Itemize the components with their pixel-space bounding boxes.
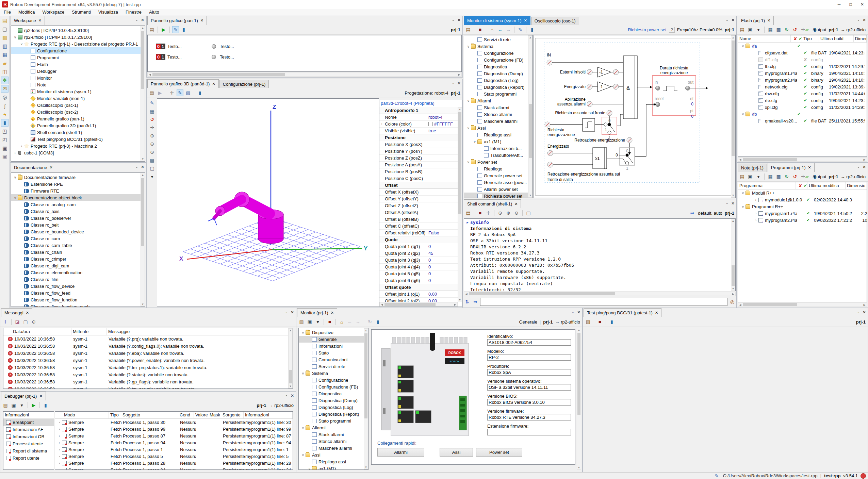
stop-button[interactable]: ■ — [326, 318, 333, 325]
design-mode-button[interactable]: ✎ — [177, 89, 183, 96]
program-row[interactable]: ∨ Moduli R++ — [738, 189, 867, 196]
assi-button[interactable]: Assi — [440, 448, 473, 457]
page-button[interactable]: ▢ — [22, 318, 29, 325]
shell-command-input[interactable] — [480, 298, 727, 306]
tree-item[interactable]: Diagnostica — [299, 390, 368, 397]
scrollbar[interactable]: ▲▼ — [528, 35, 533, 198]
field-value-input[interactable] — [487, 384, 571, 391]
tree-item[interactable]: Stato programmi — [464, 90, 533, 97]
tree-item[interactable]: Generale asse (pow... — [464, 179, 533, 186]
breakpoint-row[interactable]: ›Sempre Fetch Processo 1, passo 30 Nessu… — [55, 419, 293, 426]
camera-icon[interactable]: ▢ — [149, 165, 155, 172]
tree-item[interactable]: ∨ Power set — [464, 159, 533, 165]
tree-item[interactable]: Diagnostica (Log) — [464, 77, 533, 84]
tree-item[interactable]: ∨ Assi — [299, 451, 368, 458]
toggle-widget[interactable]: 0 1 — [156, 54, 165, 60]
save-icon[interactable]: ▥ — [1, 43, 9, 50]
program-row[interactable]: › myprogram1.r4a ✔ 19/04/2021 14:50:27 2… — [738, 210, 867, 217]
zoom-fit-icon[interactable]: ⊙ — [149, 149, 155, 155]
property-row[interactable]: Posizione Y (posY) — [379, 148, 458, 155]
tree-item[interactable]: Generale power set — [464, 172, 533, 179]
flash-tool-icon[interactable]: ϟ — [1, 111, 9, 118]
programs-table-header[interactable]: Programma ✘✔ Ultima modifica Dimensione — [738, 182, 867, 189]
build-all-button[interactable]: ▦ — [767, 26, 774, 33]
back-button[interactable]: ← — [497, 26, 504, 33]
tree-item[interactable]: Classe rc_bdeserver — [11, 215, 145, 221]
tree-item[interactable]: rp2-loris [TCP/IP 10.0.45.3:8100] — [11, 27, 145, 34]
float-panel-icon[interactable]: ▫ — [726, 201, 728, 206]
scrollbar[interactable]: ◀▶ — [379, 302, 458, 307]
tree-item[interactable]: › Progetto RTE (prj-3) - Macchina 2 — [11, 143, 145, 149]
zoom-out-button[interactable]: ⊖ — [513, 210, 520, 216]
tree-item[interactable]: Diagnostica (Dump) — [464, 70, 533, 77]
open-project-icon[interactable]: ▧ — [1, 34, 9, 42]
scrollbar[interactable]: ▲▼ — [731, 35, 735, 198]
tree-item[interactable]: Configurazione — [11, 47, 145, 54]
wizard-icon[interactable]: ▤ — [465, 26, 472, 33]
property-row[interactable]: Quota joint 3 (qj3) 0 — [379, 257, 458, 264]
file-row[interactable]: df1.cfg ✘ config — [738, 56, 867, 63]
undo-button[interactable]: ↺ — [791, 173, 798, 180]
tree-item[interactable]: Diagnostica (Log) — [299, 404, 368, 411]
property-row[interactable]: Offset Z (offsetZ) — [379, 202, 458, 209]
refresh-button[interactable]: ↻ — [366, 318, 373, 325]
tab-monitor-di-sistema[interactable]: Monitor di sistema (sysm-1)✕ — [464, 16, 530, 25]
close-tab-icon[interactable]: ✕ — [39, 393, 42, 400]
save-all-icon[interactable]: ▦ — [1, 51, 9, 59]
tree-item[interactable]: Stack allarmi — [464, 104, 533, 111]
close-tab-icon[interactable]: ✕ — [524, 17, 527, 24]
help-book-icon[interactable]: ▮ — [1, 119, 9, 127]
float-panel-icon[interactable]: ▫ — [136, 165, 137, 169]
help-button[interactable]: ▮ — [608, 318, 615, 325]
caret-icon[interactable]: ▾ — [755, 173, 762, 180]
caret-icon[interactable]: ▾ — [18, 402, 25, 409]
close-tab-icon[interactable]: ✕ — [808, 164, 811, 171]
label-icon[interactable]: ▾ — [149, 173, 155, 180]
property-row[interactable]: Posizione — [379, 134, 458, 141]
breakpoints-table-header[interactable]: Modo Tipo Soggetto Cond Valore Mask Sorg… — [55, 412, 293, 419]
close-tab-icon[interactable]: ✕ — [655, 309, 658, 316]
design-mode-button[interactable]: ✎ — [517, 26, 524, 33]
file-row[interactable]: cfgsave.dat ✔ file DAT 19/04/2021 14:23:… — [738, 49, 867, 56]
page-button[interactable]: ▢ — [525, 210, 532, 216]
tree-item[interactable]: Informazioni b... — [464, 145, 533, 152]
search-button[interactable]: ⊙ — [30, 318, 37, 325]
copy-button[interactable]: ▣ — [10, 402, 17, 409]
tree-item[interactable]: Note — [11, 81, 145, 88]
property-row[interactable]: Posizione Z (posZ) — [379, 155, 458, 162]
close-panel-icon[interactable]: ✕ — [291, 393, 294, 398]
close-panel-icon[interactable]: ✕ — [291, 310, 294, 315]
wizard-icon[interactable]: ▤ — [148, 26, 155, 33]
scrollbar[interactable]: ◀▶ — [738, 302, 867, 307]
tree-item[interactable]: Programmi — [11, 54, 145, 61]
float-panel-icon[interactable]: ▫ — [858, 310, 859, 315]
window-close-icon[interactable]: ▣ — [1, 153, 9, 161]
close-panel-icon[interactable]: ✕ — [731, 18, 735, 22]
tab-note[interactable]: Note (prj-1) — [738, 164, 767, 172]
select-tool-icon[interactable]: ✎ — [149, 100, 155, 106]
property-row[interactable]: Offset relativi (relOff) Falso — [379, 230, 458, 236]
maximize-button[interactable]: □ — [845, 0, 856, 9]
field-value-input[interactable] — [487, 354, 571, 361]
property-row[interactable]: Offset quote — [379, 284, 458, 291]
breakpoint-row[interactable]: ›Sempre Fetch Processo 1, passo 24 Nessu… — [55, 466, 293, 470]
flash-table-header[interactable]: Nome ✘✔ Tipo Ultima build Dimensione — [738, 35, 867, 43]
property-row[interactable]: Offset Y (offsetY) — [379, 196, 458, 202]
file-row[interactable]: network.cfg ✔ config 19/02/2021 13:39:46 — [738, 83, 867, 90]
category-item[interactable]: Report di sistema — [3, 447, 54, 455]
wizard-icon[interactable]: ▤ — [739, 173, 746, 180]
tree-item[interactable]: Monitor di sistema (sysm-1) — [11, 88, 145, 95]
property-row[interactable]: Posizione C (posC) — [379, 175, 458, 182]
caret-icon[interactable]: ▾ — [755, 26, 762, 33]
scrollbar[interactable]: ▲▼ — [141, 173, 145, 307]
program-row[interactable]: › mymodule1@1.0.0.... ✔ 02/02/2022 14:40… — [738, 196, 867, 203]
close-panel-icon[interactable]: ✕ — [457, 81, 461, 86]
help-button[interactable]: ▮ — [529, 26, 536, 33]
menu-item[interactable]: Modifica — [15, 10, 38, 15]
property-row[interactable]: Offset joint 2 (oj2) 0.00 — [379, 298, 458, 302]
property-row[interactable]: Quota joint 2 (qj2) 45 — [379, 250, 458, 257]
tree-item[interactable]: ∨ Progetto RTE (prj-1) - Deescrizione de… — [11, 40, 145, 47]
menu-item[interactable]: File — [0, 10, 15, 15]
tree-item[interactable]: › usbc-1 [COM3] — [11, 149, 145, 156]
property-row[interactable]: Quota joint 6 (qj6) 0 — [379, 277, 458, 284]
